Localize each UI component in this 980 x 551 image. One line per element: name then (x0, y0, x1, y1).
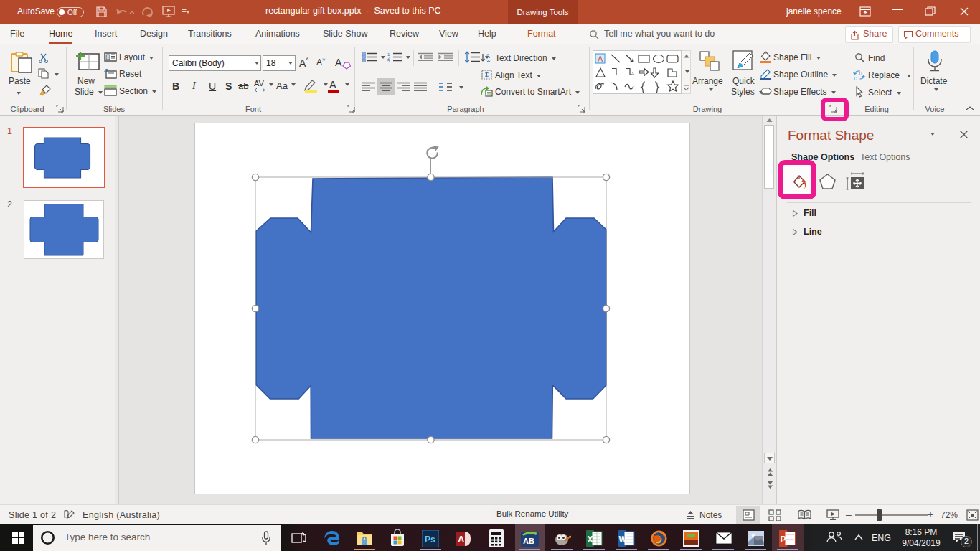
svg-text:3: 3 (387, 60, 390, 63)
svg-text:X: X (588, 534, 593, 545)
svg-text:AB: AB (523, 537, 534, 545)
svg-text:A: A (486, 52, 490, 60)
svg-text:A: A (458, 534, 465, 545)
svg-text:b: b (859, 70, 862, 77)
svg-text:Ps: Ps (425, 534, 435, 545)
svg-text:W: W (619, 534, 628, 545)
svg-text:P: P (781, 534, 786, 545)
svg-text:c: c (854, 75, 857, 81)
svg-text:A: A (598, 55, 603, 63)
